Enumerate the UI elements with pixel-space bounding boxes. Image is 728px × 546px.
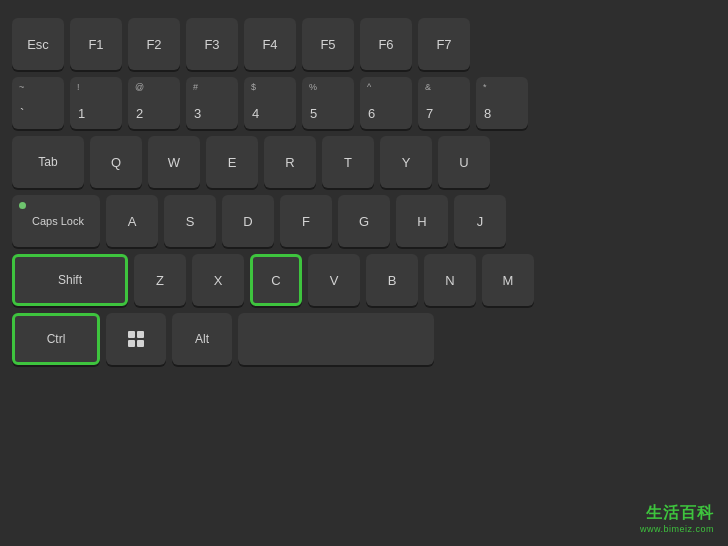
key-space[interactable] [238,313,434,365]
key-v[interactable]: V [308,254,360,306]
key-alt[interactable]: Alt [172,313,232,365]
key-f6[interactable]: F6 [360,18,412,70]
key-f7[interactable]: F7 [418,18,470,70]
key-t[interactable]: T [322,136,374,188]
key-u[interactable]: U [438,136,490,188]
key-x[interactable]: X [192,254,244,306]
key-j[interactable]: J [454,195,506,247]
qwerty-row: Tab Q W E R T Y U [12,136,716,188]
watermark-line1: 生活百科 [646,503,714,524]
key-n[interactable]: N [424,254,476,306]
key-c[interactable]: C [250,254,302,306]
key-esc[interactable]: Esc [12,18,64,70]
key-f2[interactable]: F2 [128,18,180,70]
key-s[interactable]: S [164,195,216,247]
key-capslock[interactable]: Caps Lock [12,195,100,247]
key-6[interactable]: ^ 6 [360,77,412,129]
key-shift[interactable]: Shift [12,254,128,306]
key-f[interactable]: F [280,195,332,247]
key-1[interactable]: ! 1 [70,77,122,129]
key-y[interactable]: Y [380,136,432,188]
key-f1[interactable]: F1 [70,18,122,70]
capslock-indicator [19,202,26,209]
key-e[interactable]: E [206,136,258,188]
key-8[interactable]: * 8 [476,77,528,129]
key-f3[interactable]: F3 [186,18,238,70]
number-row: ~ ` ! 1 @ 2 # 3 $ 4 % 5 ^ 6 & 7 [12,77,716,129]
key-q[interactable]: Q [90,136,142,188]
key-m[interactable]: M [482,254,534,306]
fn-row: Esc F1 F2 F3 F4 F5 F6 F7 [12,18,716,70]
keyboard: Esc F1 F2 F3 F4 F5 F6 F7 ~ ` ! 1 @ 2 # 3… [0,0,728,546]
key-3[interactable]: # 3 [186,77,238,129]
key-2[interactable]: @ 2 [128,77,180,129]
windows-icon [128,331,144,347]
key-h[interactable]: H [396,195,448,247]
bottom-row: Ctrl Alt [12,313,716,365]
key-f4[interactable]: F4 [244,18,296,70]
key-f5[interactable]: F5 [302,18,354,70]
key-win[interactable] [106,313,166,365]
key-a[interactable]: A [106,195,158,247]
asdf-row: Caps Lock A S D F G H J [12,195,716,247]
watermark: 生活百科 www.bimeiz.com [640,503,714,534]
key-4[interactable]: $ 4 [244,77,296,129]
watermark-line2: www.bimeiz.com [640,524,714,534]
key-z[interactable]: Z [134,254,186,306]
key-backtick[interactable]: ~ ` [12,77,64,129]
key-w[interactable]: W [148,136,200,188]
zxcv-row: Shift Z X C V B N M [12,254,716,306]
key-g[interactable]: G [338,195,390,247]
key-5[interactable]: % 5 [302,77,354,129]
key-r[interactable]: R [264,136,316,188]
key-7[interactable]: & 7 [418,77,470,129]
key-d[interactable]: D [222,195,274,247]
key-tab[interactable]: Tab [12,136,84,188]
key-ctrl[interactable]: Ctrl [12,313,100,365]
key-b[interactable]: B [366,254,418,306]
